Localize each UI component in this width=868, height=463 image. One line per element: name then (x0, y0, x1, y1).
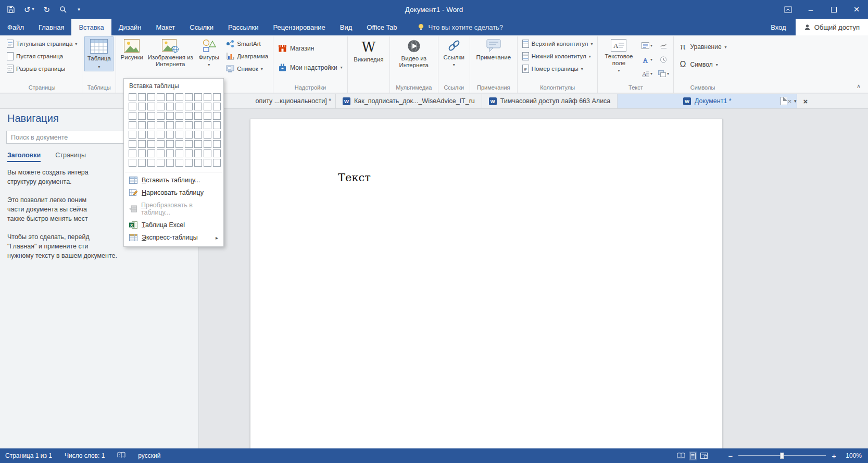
ribbon-tab-file[interactable]: Файл (0, 19, 31, 35)
ribbon-tab-references[interactable]: Ссылки (182, 19, 221, 35)
navigation-tab-pages[interactable]: Страницы (55, 152, 86, 162)
table-grid-cell[interactable] (213, 140, 221, 148)
table-grid-cell[interactable] (138, 140, 146, 148)
text-box-button[interactable]: A Текстовое поле ▾ (600, 36, 637, 75)
table-grid-cell[interactable] (185, 121, 193, 129)
table-grid-cell[interactable] (138, 159, 146, 167)
maximize-button[interactable] (822, 0, 845, 19)
screenshot-button[interactable]: Снимок▾ (223, 63, 271, 74)
date-time-button[interactable] (656, 53, 671, 66)
table-grid-cell[interactable] (129, 112, 136, 120)
wikipedia-button[interactable]: W Википедия (350, 36, 387, 64)
table-grid-cell[interactable] (175, 121, 183, 129)
table-grid-cell[interactable] (157, 112, 165, 120)
table-grid-cell[interactable] (185, 103, 193, 110)
table-grid-cell[interactable] (213, 159, 221, 167)
table-grid-cell[interactable] (204, 121, 211, 129)
table-grid-cell[interactable] (175, 131, 183, 139)
ribbon-tab-view[interactable]: Вид (333, 19, 360, 35)
table-grid-cell[interactable] (213, 149, 221, 157)
customize-quick-access-button[interactable]: ▾ (76, 7, 80, 12)
table-grid-cell[interactable] (204, 159, 211, 167)
zoom-in-button[interactable]: + (832, 452, 836, 460)
blank-page-button[interactable]: Пустая страница (4, 51, 80, 62)
tab-list-dropdown-button[interactable]: ▾ (794, 98, 797, 104)
symbol-button[interactable]: Ω Символ▾ (676, 57, 729, 72)
header-button[interactable]: Верхний колонтитул▾ (520, 38, 596, 49)
table-grid-cell[interactable] (147, 112, 155, 120)
object-button[interactable]: ▾ (656, 67, 671, 80)
table-grid-cell[interactable] (166, 131, 174, 139)
quick-parts-button[interactable]: ▾ (639, 39, 655, 52)
share-button[interactable]: Общий доступ (796, 19, 868, 35)
zoom-slider[interactable] (738, 455, 826, 456)
table-grid-cell[interactable] (175, 93, 183, 101)
redo-button[interactable]: ↻ (44, 6, 51, 14)
language-indicator[interactable]: русский (138, 452, 160, 459)
table-grid-cell[interactable] (185, 112, 193, 120)
drop-cap-button[interactable]: A ▾ (639, 67, 655, 80)
table-grid-cell[interactable] (194, 149, 202, 157)
store-button[interactable]: Магазин (275, 41, 345, 56)
table-grid-cell[interactable] (129, 93, 136, 101)
table-grid-cell[interactable] (166, 112, 174, 120)
table-grid-cell[interactable] (138, 131, 146, 139)
table-grid-cell[interactable] (166, 121, 174, 129)
table-grid-cell[interactable] (147, 103, 155, 110)
table-grid-cell[interactable] (175, 159, 183, 167)
table-grid-cell[interactable] (138, 112, 146, 120)
shapes-button[interactable]: Фигуры ▾ (195, 36, 222, 69)
table-grid-cell[interactable] (204, 103, 211, 110)
table-grid-cell[interactable] (147, 121, 155, 129)
page-number-button[interactable]: # Номер страницы▾ (520, 63, 596, 74)
table-grid-cell[interactable] (147, 149, 155, 157)
pictures-button[interactable]: Рисунки (118, 36, 145, 62)
insert-table-menu-item[interactable]: Вставить таблицу... (124, 174, 223, 186)
print-layout-button[interactable] (689, 452, 697, 460)
page-indicator[interactable]: Страница 1 из 1 (5, 452, 52, 459)
table-grid-cell[interactable] (194, 103, 202, 110)
ribbon-tab-design[interactable]: Дизайн (111, 19, 149, 35)
table-grid-cell[interactable] (138, 149, 146, 157)
wordart-button[interactable]: A ▾ (639, 53, 655, 66)
ribbon-tab-insert[interactable]: Вставка (71, 19, 111, 35)
document-page[interactable]: Текст (250, 119, 723, 448)
page-break-button[interactable]: Разрыв страницы (4, 63, 80, 74)
table-grid-cell[interactable] (157, 131, 165, 139)
table-grid-cell[interactable] (194, 159, 202, 167)
document-tab-2[interactable]: W Как_подписать_док..._WiseAdvice_IT_ru (336, 94, 482, 108)
table-grid-cell[interactable] (204, 140, 211, 148)
smartart-button[interactable]: SmartArt (223, 38, 271, 49)
comment-button[interactable]: Примечание (472, 36, 515, 62)
table-grid-cell[interactable] (175, 149, 183, 157)
table-grid-cell[interactable] (213, 112, 221, 120)
proofing-button[interactable] (117, 452, 125, 460)
table-grid-cell[interactable] (147, 93, 155, 101)
collapse-ribbon-button[interactable]: ∧ (857, 83, 861, 90)
ribbon-tab-layout[interactable]: Макет (148, 19, 182, 35)
undo-button[interactable]: ↺▾ (24, 6, 34, 14)
table-grid-cell[interactable] (213, 103, 221, 110)
table-grid-cell[interactable] (129, 159, 136, 167)
table-grid-cell[interactable] (138, 121, 146, 129)
table-grid-cell[interactable] (157, 140, 165, 148)
tell-me-box[interactable]: Что вы хотите сделать? (418, 19, 503, 35)
close-all-tabs-button[interactable]: × (803, 97, 808, 106)
table-grid-cell[interactable] (204, 131, 211, 139)
table-grid-cell[interactable] (194, 93, 202, 101)
table-grid-cell[interactable] (129, 149, 136, 157)
links-button[interactable]: Ссылки ▾ (441, 36, 468, 69)
table-grid-cell[interactable] (157, 159, 165, 167)
table-grid-cell[interactable] (194, 121, 202, 129)
footer-button[interactable]: Нижний колонтитул▾ (520, 51, 596, 62)
table-grid-cell[interactable] (138, 93, 146, 101)
save-button[interactable] (7, 6, 15, 13)
table-grid-cell[interactable] (213, 131, 221, 139)
excel-table-menu-item[interactable]: X Таблица Excel (124, 219, 223, 231)
ribbon-display-options-button[interactable] (776, 0, 799, 19)
table-grid-cell[interactable] (129, 103, 136, 110)
table-grid-cell[interactable] (157, 149, 165, 157)
table-grid-cell[interactable] (185, 140, 193, 148)
table-grid-cell[interactable] (194, 131, 202, 139)
table-grid-cell[interactable] (194, 140, 202, 148)
